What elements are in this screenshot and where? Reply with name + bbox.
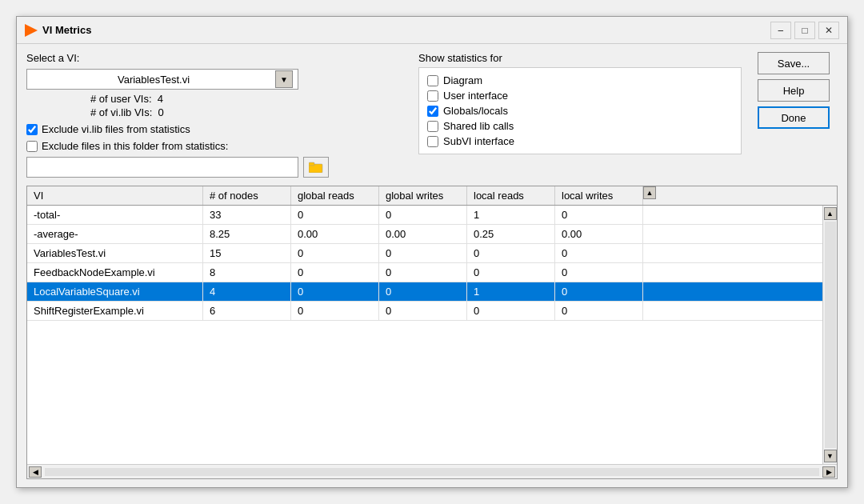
exclude-folder-label: Exclude files in this folder from statis… [42, 140, 228, 152]
col-header-greads: global reads [291, 186, 379, 205]
vilib-vis-label: # of vi.lib VIs: [90, 106, 152, 118]
cell-lreads: 0 [467, 263, 555, 282]
show-stats-box: Diagram User interface Globals/locals Sh… [418, 67, 742, 154]
help-button[interactable]: Help [758, 79, 830, 102]
title-bar: VI Metrics ‒ □ ✕ [17, 17, 847, 44]
vilib-vis-value: 0 [158, 106, 164, 118]
stat-globals-locals: Globals/locals [427, 105, 733, 117]
cell-greads: 0 [291, 244, 379, 262]
cell-vi: FeedbackNodeExample.vi [27, 263, 203, 282]
exclude-vilib-label: Exclude vi.lib files from statistics [42, 123, 190, 135]
left-panel: Select a VI: VariablesTest.vi ▼ # of use… [26, 52, 410, 178]
save-button[interactable]: Save... [758, 52, 830, 74]
globals-locals-checkbox[interactable] [427, 106, 438, 117]
cell-gwrites: 0 [379, 282, 467, 301]
browse-folder-button[interactable] [303, 157, 329, 178]
title-controls: ‒ □ ✕ [770, 22, 839, 39]
cell-greads: 0.00 [291, 225, 379, 243]
user-vis-value: 4 [158, 93, 163, 105]
content-area: Select a VI: VariablesTest.vi ▼ # of use… [17, 44, 847, 487]
user-vis-stat: # of user VIs: 4 [90, 93, 410, 105]
cell-lwrites: 0 [555, 206, 643, 224]
cell-nodes: 6 [203, 302, 291, 320]
data-table: VI # of nodes global reads global writes… [26, 186, 838, 479]
user-vis-label: # of user VIs: [90, 93, 152, 105]
table-row[interactable]: -average- 8.25 0.00 0.00 0.25 0.00 [27, 225, 822, 244]
show-stats-label: Show statistics for [418, 52, 742, 64]
shared-lib-label: Shared lib calls [443, 120, 514, 132]
scroll-up-button[interactable]: ▲ [824, 207, 837, 220]
vi-stats: # of user VIs: 4 # of vi.lib VIs: 0 [26, 93, 410, 118]
vi-dropdown[interactable]: VariablesTest.vi ▼ [26, 69, 298, 90]
subvi-label: SubVI interface [443, 135, 514, 147]
cell-lreads: 0 [467, 302, 555, 320]
cell-lreads: 0 [467, 244, 555, 262]
table-row[interactable]: VariablesTest.vi 15 0 0 0 0 [27, 244, 822, 263]
cell-nodes: 33 [203, 206, 291, 224]
horizontal-scrollbar[interactable]: ◀ ▶ [27, 464, 837, 478]
svg-rect-2 [309, 162, 314, 166]
cell-greads: 0 [291, 282, 379, 301]
table-row[interactable]: -total- 33 0 0 1 0 [27, 206, 822, 225]
dropdown-arrow-icon[interactable]: ▼ [275, 70, 293, 88]
vertical-scrollbar[interactable]: ▲ ▼ [822, 206, 837, 464]
cell-nodes: 4 [203, 282, 291, 301]
cell-nodes: 8.25 [203, 225, 291, 243]
cell-lwrites: 0 [555, 244, 643, 262]
diagram-label: Diagram [443, 74, 482, 86]
middle-panel: Show statistics for Diagram User interfa… [418, 52, 742, 154]
diagram-checkbox[interactable] [427, 75, 438, 86]
col-header-nodes: # of nodes [203, 186, 291, 205]
scroll-left-button[interactable]: ◀ [29, 466, 42, 478]
stat-subvi: SubVI interface [427, 135, 733, 147]
cell-greads: 0 [291, 302, 379, 320]
done-button[interactable]: Done [758, 106, 830, 129]
app-icon [25, 24, 38, 37]
scroll-down-button[interactable]: ▼ [824, 450, 837, 462]
table-row[interactable]: LocalVariableSquare.vi 4 0 0 1 0 [27, 282, 822, 302]
top-section: Select a VI: VariablesTest.vi ▼ # of use… [26, 52, 838, 178]
scroll-up-arrow[interactable]: ▲ [643, 186, 656, 199]
subvi-checkbox[interactable] [427, 136, 438, 147]
close-button[interactable]: ✕ [818, 22, 839, 39]
exclude-folder-row: Exclude files in this folder from statis… [26, 140, 410, 152]
user-interface-label: User interface [443, 90, 508, 102]
stat-diagram: Diagram [427, 74, 733, 86]
table-body[interactable]: -total- 33 0 0 1 0 -average- 8.25 0.00 0… [27, 206, 822, 464]
stat-user-interface: User interface [427, 90, 733, 102]
folder-input-row [26, 157, 410, 178]
cell-gwrites: 0 [379, 206, 467, 224]
cell-lreads: 0.25 [467, 225, 555, 243]
cell-vi: -average- [27, 225, 203, 243]
exclude-vilib-row: Exclude vi.lib files from statistics [26, 123, 410, 135]
cell-gwrites: 0.00 [379, 225, 467, 243]
stat-shared-lib: Shared lib calls [427, 120, 733, 132]
table-header: VI # of nodes global reads global writes… [27, 186, 837, 206]
cell-vi: LocalVariableSquare.vi [27, 282, 203, 301]
cell-lwrites: 0.00 [555, 225, 643, 243]
vilib-vis-stat: # of vi.lib VIs: 0 [90, 106, 410, 118]
shared-lib-checkbox[interactable] [427, 121, 438, 132]
select-vi-label: Select a VI: [26, 52, 410, 64]
col-header-gwrites: global writes [379, 186, 467, 205]
title-left: VI Metrics [25, 24, 91, 37]
cell-lreads: 1 [467, 282, 555, 301]
table-row[interactable]: ShiftRegisterExample.vi 6 0 0 0 0 [27, 302, 822, 321]
cell-nodes: 15 [203, 244, 291, 262]
folder-path-input[interactable] [26, 157, 298, 178]
cell-gwrites: 0 [379, 263, 467, 282]
col-header-lreads: local reads [467, 186, 555, 205]
user-interface-checkbox[interactable] [427, 90, 438, 102]
folder-icon [309, 162, 323, 173]
cell-lwrites: 0 [555, 263, 643, 282]
maximize-button[interactable]: □ [794, 22, 815, 39]
table-row[interactable]: FeedbackNodeExample.vi 8 0 0 0 0 [27, 263, 822, 282]
vi-select-row: VariablesTest.vi ▼ [26, 69, 410, 90]
cell-lwrites: 0 [555, 302, 643, 320]
col-header-lwrites: local writes [555, 186, 643, 205]
vi-metrics-window: VI Metrics ‒ □ ✕ Select a VI: VariablesT… [16, 16, 848, 488]
exclude-folder-checkbox[interactable] [26, 141, 38, 152]
minimize-button[interactable]: ‒ [770, 22, 791, 39]
scroll-right-button[interactable]: ▶ [822, 466, 835, 478]
exclude-vilib-checkbox[interactable] [26, 124, 38, 135]
